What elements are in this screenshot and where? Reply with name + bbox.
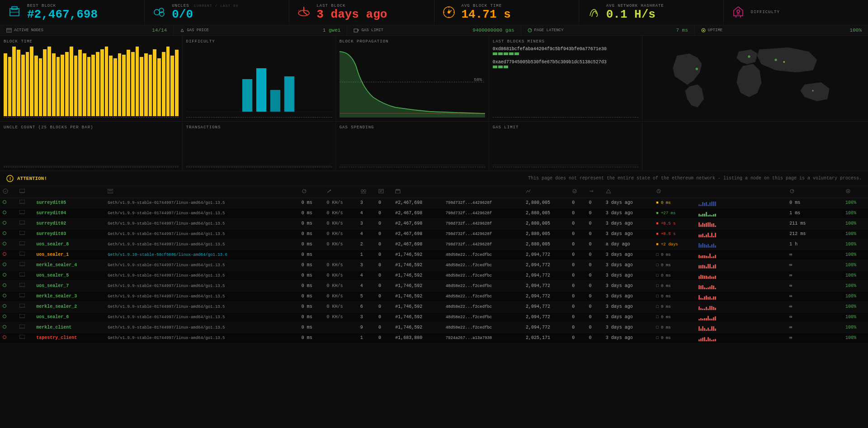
cell-status: [0, 281, 17, 291]
lat-bar: [713, 286, 714, 289]
table-row[interactable]: merkle_sealer_4 Geth/v1.9.9-stable-01744…: [0, 260, 868, 270]
lat-bar: [713, 265, 714, 268]
lat-bar: [708, 256, 709, 258]
miner-bar: [509, 52, 514, 55]
cell-bestblock: #2,467,698: [392, 239, 443, 249]
cell-history: [696, 322, 787, 333]
th-difficulty-icon: [523, 186, 569, 198]
lat-bar: [706, 340, 707, 341]
cell-name: surreydit05: [33, 198, 105, 208]
cell-confirmations: 0: [569, 198, 586, 208]
cell-history: [696, 291, 787, 301]
lat-bar: [698, 265, 700, 268]
lat-bar: [698, 255, 700, 258]
block-time-chart: [4, 47, 179, 117]
history-bars: [698, 304, 784, 310]
screen-icon: [19, 335, 25, 339]
bt-bar: [21, 55, 25, 116]
page-latency-label: PAGE LATENCY: [528, 28, 564, 33]
secondary-bar: ACTIVE NODES 14/14 GAS PRICE 1 gwei GAS …: [0, 25, 868, 36]
lat-bar: [715, 329, 716, 331]
lat-bar: [715, 202, 716, 206]
bt-bar: [162, 52, 165, 116]
svg-rect-82: [19, 283, 25, 287]
lat-bar: [704, 244, 705, 248]
uncle-dashed: [4, 167, 179, 167]
th-latency-icon: [299, 186, 324, 198]
cell-name: surreydit04: [33, 208, 105, 218]
cell-name: uos_sealer_1: [33, 249, 105, 260]
cell-hashrate: 0 KH/s: [324, 239, 357, 249]
lat-bar: [715, 288, 716, 289]
svg-rect-31: [284, 76, 294, 112]
cell-screen: [17, 198, 33, 208]
history-bars: [698, 252, 784, 258]
attention-message: This page does not represent the entire …: [528, 176, 862, 181]
miner-bar: [504, 52, 508, 55]
th-mining-icon: [324, 186, 357, 198]
lat-bar: [711, 233, 712, 237]
cell-history: [696, 249, 787, 260]
table-row[interactable]: surreydit03 Geth/v1.9.9-stable-01744997/…: [0, 229, 868, 239]
lat-bar: [709, 246, 711, 248]
lat-bar: [706, 202, 707, 206]
status-indicator: [3, 211, 6, 214]
svg-point-42: [695, 67, 698, 70]
cell-avg-propagation: ∞: [787, 301, 843, 312]
table-row[interactable]: merkle_client Geth/v1.9.9-stable-0174499…: [0, 322, 868, 333]
status-indicator: [3, 315, 6, 318]
cell-confirmations: 0: [569, 333, 586, 343]
uptime-label: UPTIME: [701, 28, 722, 33]
cell-peers: 5: [358, 291, 376, 301]
cell-pending: 0: [376, 260, 392, 270]
cell-difficulty: 2,094,772: [523, 281, 569, 291]
cell-uptime: 100%: [843, 218, 868, 229]
svg-rect-57: [108, 189, 113, 193]
th-blockhash: [443, 186, 523, 198]
cell-history: [696, 198, 787, 208]
cell-version: Geth/v1.9.9-stable-01744997/linux-amd64/…: [105, 239, 298, 249]
table-row[interactable]: uos_sealer_7 Geth/v1.9.9-stable-01744997…: [0, 281, 868, 291]
best-block-icon: [6, 4, 23, 20]
cell-blockhash: 48d58e22...f2cedfbc: [443, 312, 523, 322]
table-row[interactable]: uos_sealer_8 Geth/v1.9.9-stable-01744997…: [0, 239, 868, 249]
active-nodes-value: 14/14: [152, 28, 167, 33]
cell-version: Geth/v1.9.9-stable-01744997/linux-amd64/…: [105, 229, 298, 239]
gas-limit-label: GAS LIMIT: [354, 28, 383, 33]
lat-bar: [706, 223, 707, 227]
table-row[interactable]: merkle_sealer_3 Geth/v1.9.9-stable-01744…: [0, 291, 868, 301]
avg-block-time-icon: [441, 4, 457, 20]
svg-point-46: [812, 90, 814, 92]
difficulty-text: DIFFICULTY: [751, 10, 780, 14]
lat-bar: [713, 244, 714, 248]
table-row[interactable]: uos_sealer_5 Geth/v1.9.9-stable-01744997…: [0, 270, 868, 281]
lat-bar: [702, 309, 703, 310]
table-row[interactable]: tapestry_client Geth/v1.9.9-stable-01744…: [0, 333, 868, 343]
table-row[interactable]: merkle_sealer_2 Geth/v1.9.9-stable-01744…: [0, 301, 868, 312]
best-block-value: #2,467,698: [27, 8, 98, 21]
avg-hashrate-icon: [585, 4, 602, 20]
cell-uptime: 100%: [843, 322, 868, 333]
bt-bar: [127, 50, 130, 116]
status-indicator: [3, 325, 6, 329]
cell-latency: 0 ms: [299, 281, 324, 291]
svg-rect-87: [19, 335, 25, 339]
table-row[interactable]: surreydit05 Geth/v1.9.9-stable-01744997/…: [0, 198, 868, 208]
history-bars: [698, 283, 784, 289]
lat-bar: [698, 235, 700, 237]
cell-difficulty: 2,094,772: [523, 260, 569, 270]
cell-difficulty: 2,094,772: [523, 312, 569, 322]
cell-difficulty: 2,094,772: [523, 322, 569, 333]
table-row[interactable]: uos_sealer_1 Geth/v1.9.10-stable-58cf568…: [0, 249, 868, 260]
active-nodes-label: ACTIVE NODES: [6, 28, 43, 33]
lat-bar: [711, 319, 712, 320]
table-row[interactable]: surreydit02 Geth/v1.9.9-stable-01744997/…: [0, 218, 868, 229]
lat-bar: [700, 318, 702, 320]
cell-version: Geth/v1.9.10-stable-58cf5686/linux-amd64…: [105, 249, 298, 260]
svg-rect-29: [256, 68, 266, 112]
best-block-stat: BEST BLOCK #2,467,698: [0, 0, 145, 25]
uncle-count-chart: [4, 132, 179, 167]
table-row[interactable]: surreydit04 Geth/v1.9.9-stable-01744997/…: [0, 208, 868, 218]
charts-row-2: UNCLE COUNT (25 BLOCKS PER BAR) TRANSACT…: [0, 122, 868, 171]
table-row[interactable]: uos_sealer_6 Geth/v1.9.9-stable-01744997…: [0, 312, 868, 322]
